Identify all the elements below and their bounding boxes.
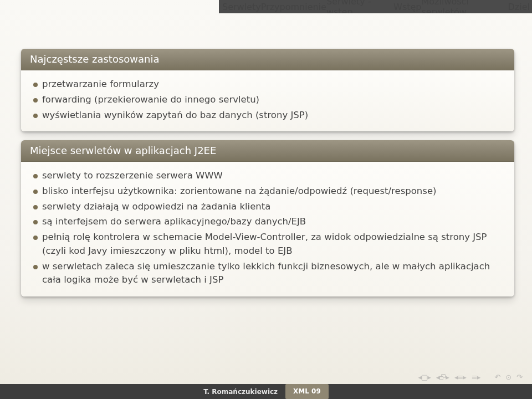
block-title: Miejsce serwletów w aplikacjach J2EE [21,140,514,162]
block-body: serwlety to rozszerzenie serwera WWW bli… [21,162,514,296]
nav-nextsec-icon[interactable]: ◂≡▸ [454,373,466,381]
list-item: pełnią rolę kontrolera w schemacie Model… [30,231,505,258]
nav-item-serwlety-wstep[interactable]: Serwlety - wstęp [326,0,393,13]
block-body: przetwarzanie formularzy forwarding (prz… [21,70,514,131]
nav-back-icon[interactable]: ↶ [494,373,500,381]
block-zastosowania: Najczęstsze zastosowania przetwarzanie f… [21,49,514,131]
nav-item-dziel[interactable]: Dziel [508,2,530,12]
nav-search-icon[interactable]: ⊙ [505,373,511,381]
nav-item-przypomnienie[interactable]: Przypomnienie [261,2,326,12]
nav-item-serwlety[interactable]: Serwlety [222,2,261,12]
list-item: serwlety działają w odpowiedzi na żadani… [30,200,505,214]
list-item: wyświetlania wyników zapytań do baz dany… [30,109,505,122]
block-title: Najczęstsze zastosowania [21,49,514,70]
block-miejsce-serwletow: Miejsce serwletów w aplikacjach J2EE ser… [21,140,514,296]
list-item: w serwletach zaleca się umieszczanie tyl… [30,260,505,288]
nav-forward-icon[interactable]: ↷ [516,373,522,381]
top-navigation: Serwlety Przypomnienie Serwlety - wstęp … [219,0,532,13]
list-item: przetwarzanie formularzy [30,78,505,91]
footer-title-badge: XML 09 [285,384,329,399]
footer: T. Romańczukiewicz XML 09 [0,384,532,399]
footer-author: T. Romańczukiewicz [203,388,278,396]
list-item: są interfejsem do serwera aplikacyjnego/… [30,215,505,229]
nav-prev-icon[interactable]: ◂🗗▸ [436,373,449,381]
list-item: serwlety to rozszerzenie serwera WWW [30,169,505,183]
nav-next-icon[interactable]: ≡▸ [472,373,480,381]
nav-first-icon[interactable]: ◂□▸ [418,373,431,381]
list-item: blisko interfejsu użytkownika: zorientow… [30,185,505,198]
slide-nav-controls: ◂□▸ ◂🗗▸ ◂≡▸ ≡▸ ↶ ⊙ ↷ [418,373,523,381]
nav-item-mozliwosci[interactable]: Możliwości serwletów [422,0,508,13]
list-item: forwarding (przekierowanie do innego ser… [30,93,505,107]
nav-item-wstep[interactable]: Wstęp [393,2,421,12]
